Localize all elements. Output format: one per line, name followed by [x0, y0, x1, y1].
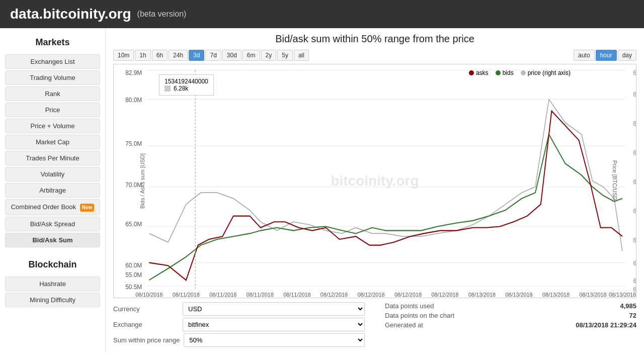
new-badge: New	[80, 204, 95, 212]
time-btn-3d[interactable]: 3d	[189, 50, 204, 61]
data-points-used-row: Data points used 4,985	[385, 302, 636, 310]
sidebar-item-price[interactable]: Price	[5, 103, 100, 117]
svg-text:6.48k: 6.48k	[633, 69, 636, 76]
time-btn-5y[interactable]: 5y	[277, 50, 293, 61]
svg-text:08/13/2018: 08/13/2018	[505, 291, 532, 297]
bids-label: bids	[503, 69, 514, 76]
svg-text:08/11/2018: 08/11/2018	[283, 291, 310, 297]
price-label: price (right axis)	[528, 69, 571, 76]
sidebar-item-trading-volume[interactable]: Trading Volume	[5, 70, 100, 85]
sidebar-item-arbitrage[interactable]: Arbitrage	[5, 183, 100, 198]
sidebar-item-mining-difficulty[interactable]: Mining Difficulty	[5, 293, 100, 307]
svg-text:65.0M: 65.0M	[125, 221, 142, 228]
y-axis-left-title: Bids / Asks sum [USD]	[139, 153, 145, 209]
time-btn-10m[interactable]: 10m	[113, 50, 134, 61]
svg-text:6.40k: 6.40k	[633, 120, 636, 127]
sidebar-item-rank[interactable]: Rank	[5, 86, 100, 101]
svg-text:6.30k: 6.30k	[633, 178, 636, 185]
bids-line	[149, 134, 622, 280]
exchange-row: Exchange bitfinex	[113, 318, 365, 331]
header: data.bitcoinity.org (beta version)	[0, 0, 644, 28]
layout: Markets Exchanges List Trading Volume Ra…	[0, 28, 644, 352]
svg-text:08/13/2018: 08/13/2018	[609, 291, 636, 297]
time-btn-24h[interactable]: 24h	[169, 50, 188, 61]
time-btn-7d[interactable]: 7d	[205, 50, 221, 61]
beta-label: (beta version)	[137, 10, 187, 19]
chart-area[interactable]: bitcoinity.org asks bids price (right ax…	[113, 64, 636, 298]
sidebar-item-combined-order-book[interactable]: Combined Order Book New	[5, 199, 100, 215]
svg-text:08/12/2018: 08/12/2018	[394, 291, 422, 297]
generated-at-label: Generated at	[385, 321, 423, 329]
bids-dot	[496, 70, 501, 75]
data-points-used-label: Data points used	[385, 302, 434, 310]
y-axis-right-title: Price [BTC/USD]	[612, 160, 618, 202]
bottom-form: Currency USD Exchange bitfinex Sum withi…	[113, 302, 636, 347]
time-buttons: 10m 1h 6h 24h 3d 7d 30d 6m 2y 5y all	[113, 50, 309, 61]
data-points-chart-row: Data points on the chart 72	[385, 312, 636, 319]
time-btn-6h[interactable]: 6h	[152, 50, 168, 61]
sidebar-item-price-volume[interactable]: Price + Volume	[5, 119, 100, 133]
site-title: data.bitcoinity.org	[10, 6, 131, 22]
svg-text:6.10k: 6.10k	[633, 278, 636, 285]
time-btn-6m[interactable]: 6m	[243, 50, 260, 61]
time-btn-all[interactable]: all	[294, 50, 309, 61]
exchange-label: Exchange	[113, 321, 179, 328]
svg-text:80.0M: 80.0M	[125, 97, 142, 104]
left-form: Currency USD Exchange bitfinex Sum withi…	[113, 302, 365, 347]
price-dot	[521, 70, 526, 75]
asks-dot	[469, 70, 474, 75]
svg-text:08/10/2018: 08/10/2018	[135, 291, 163, 297]
svg-text:6.15k: 6.15k	[633, 260, 636, 267]
sum-label: Sum within price range	[113, 336, 180, 344]
scale-btn-auto[interactable]: auto	[574, 50, 594, 61]
right-form: Data points used 4,985 Data points on th…	[385, 302, 636, 347]
blockchain-section-title: Blockchain	[0, 255, 105, 275]
svg-text:08/13/2018: 08/13/2018	[580, 291, 607, 297]
sum-row: Sum within price range 50%	[113, 333, 365, 347]
time-btn-2y[interactable]: 2y	[261, 50, 277, 61]
svg-text:50.5M: 50.5M	[125, 283, 142, 290]
generated-at-value: 08/13/2018 21:29:24	[576, 321, 636, 329]
sidebar-item-bidask-sum[interactable]: Bid/Ask Sum	[5, 233, 100, 247]
legend-asks: asks	[469, 69, 489, 76]
currency-select[interactable]: USD	[183, 302, 365, 316]
time-btn-30d[interactable]: 30d	[222, 50, 242, 61]
svg-text:60.0M: 60.0M	[125, 261, 142, 268]
svg-text:82.9M: 82.9M	[125, 69, 142, 76]
sidebar-item-hashrate[interactable]: Hashrate	[5, 277, 100, 291]
sidebar-item-volatility[interactable]: Volatility	[5, 167, 100, 182]
markets-section-title: Markets	[0, 33, 105, 53]
svg-text:08/12/2018: 08/12/2018	[320, 291, 348, 297]
main-content: Bid/ask sum within 50% range from the pr…	[106, 28, 644, 352]
data-points-chart-value: 72	[629, 312, 636, 319]
svg-text:08/11/2018: 08/11/2018	[173, 291, 200, 297]
scale-buttons: auto hour day	[574, 50, 636, 61]
generated-at-row: Generated at 08/13/2018 21:29:24	[385, 321, 636, 329]
svg-text:6.25k: 6.25k	[633, 207, 636, 214]
sidebar-item-market-cap[interactable]: Market Cap	[5, 135, 100, 149]
time-btn-1h[interactable]: 1h	[135, 50, 150, 61]
sidebar-item-trades-per-minute[interactable]: Trades Per Minute	[5, 151, 100, 165]
svg-text:08/13/2018: 08/13/2018	[468, 291, 496, 297]
exchange-select[interactable]: bitfinex	[183, 318, 365, 331]
svg-text:6.35k: 6.35k	[633, 149, 636, 156]
legend-price: price (right axis)	[521, 69, 571, 76]
sidebar-item-bidask-spread[interactable]: Bid/Ask Spread	[5, 217, 100, 231]
svg-text:08/12/2018: 08/12/2018	[357, 291, 384, 297]
svg-text:08/11/2018: 08/11/2018	[209, 291, 236, 297]
scale-btn-day[interactable]: day	[618, 50, 636, 61]
currency-row: Currency USD	[113, 302, 365, 316]
data-points-chart-label: Data points on the chart	[385, 312, 454, 319]
sum-select[interactable]: 50%	[184, 333, 365, 347]
sidebar: Markets Exchanges List Trading Volume Ra…	[0, 28, 106, 352]
sidebar-item-exchanges-list[interactable]: Exchanges List	[5, 54, 100, 69]
currency-label: Currency	[113, 305, 179, 313]
svg-text:08/11/2018: 08/11/2018	[247, 291, 274, 297]
svg-text:6.20k: 6.20k	[633, 236, 636, 243]
scale-btn-hour[interactable]: hour	[596, 50, 617, 61]
chart-svg: 82.9M 80.0M 75.0M 70.0M 65.0M 60.0M 55.0…	[114, 64, 636, 298]
chart-legend: asks bids price (right axis)	[469, 69, 571, 76]
time-controls: 10m 1h 6h 24h 3d 7d 30d 6m 2y 5y all aut…	[113, 50, 636, 61]
svg-text:75.0M: 75.0M	[125, 140, 142, 147]
data-points-used-value: 4,985	[620, 302, 636, 310]
